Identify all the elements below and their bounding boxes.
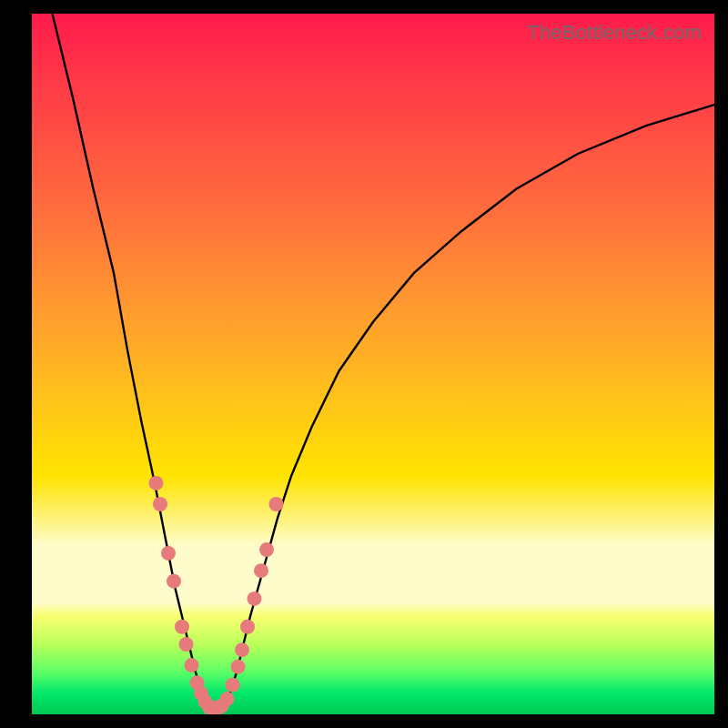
curve-left bbox=[53, 14, 210, 710]
data-point bbox=[248, 592, 262, 606]
curve-svg bbox=[32, 14, 714, 714]
curve-right bbox=[223, 105, 714, 710]
data-point bbox=[254, 563, 268, 578]
data-point bbox=[231, 660, 246, 674]
data-point bbox=[269, 497, 284, 511]
data-point bbox=[220, 692, 235, 706]
data-point bbox=[149, 476, 164, 490]
data-point bbox=[235, 642, 249, 657]
data-point bbox=[179, 637, 194, 652]
markers-right bbox=[210, 497, 284, 714]
data-point bbox=[259, 542, 274, 557]
data-point bbox=[175, 620, 189, 634]
data-point bbox=[153, 497, 167, 511]
data-point bbox=[185, 658, 199, 672]
data-point bbox=[226, 678, 240, 693]
data-point bbox=[161, 546, 176, 561]
plot-area: TheBottleneck.com bbox=[32, 14, 714, 714]
data-point bbox=[167, 574, 181, 589]
data-point bbox=[240, 620, 255, 634]
chart-frame: TheBottleneck.com bbox=[0, 0, 728, 728]
